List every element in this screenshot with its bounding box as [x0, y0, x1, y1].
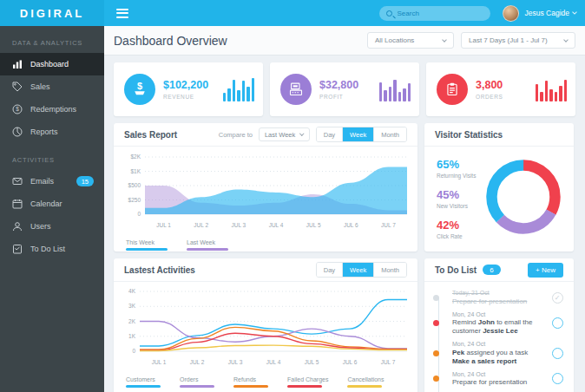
stat-card-orders: 3,800ORDERS — [426, 62, 575, 116]
sales-range-tabs: DayWeekMonth — [316, 127, 407, 142]
visitor-stat: 42%Click Rate — [437, 219, 476, 239]
svg-text:$1K: $1K — [130, 168, 141, 174]
stats-row: $$102,200REVENUE$32,800PROFIT3,800ORDERS — [114, 62, 575, 116]
spark-bar — [233, 80, 236, 101]
svg-text:0: 0 — [132, 348, 135, 354]
todo-checkbox[interactable]: ✓ — [552, 292, 563, 304]
activities-legend: CustomersOrdersRefundsFailed ChargesCanc… — [114, 374, 417, 388]
todo-card: To Do List 6 + New Today, 21 OctPrepare … — [424, 258, 574, 392]
date-range-select[interactable]: Last 7 Days (Jul 1 - Jul 7) — [461, 32, 575, 49]
activities-tab-week[interactable]: Week — [343, 263, 374, 277]
svg-text:JUL 2: JUL 2 — [190, 359, 205, 365]
todo-item-date: Today, 21 Oct — [452, 290, 546, 296]
todo-item-text: Mon, 24 OctRemind John to email the cust… — [452, 311, 546, 336]
clipboard-icon — [12, 244, 23, 254]
stat-text: 3,800ORDERS — [476, 79, 503, 100]
visitor-stat-value: 45% — [437, 188, 476, 201]
legend-swatch — [347, 385, 382, 388]
sidebar-item-dashboard[interactable]: Dashboard — [0, 53, 104, 75]
stat-text: $102,200REVENUE — [163, 79, 208, 100]
spark-bar — [242, 81, 246, 101]
svg-text:JUL 4: JUL 4 — [266, 359, 281, 365]
legend-item: Refunds — [233, 376, 268, 388]
svg-text:JUL 5: JUL 5 — [305, 359, 319, 365]
activities-tab-day[interactable]: Day — [317, 263, 343, 277]
todo-item-description: Prepare for presentation — [452, 297, 546, 306]
new-todo-button[interactable]: + New — [528, 263, 563, 278]
spark-bar — [393, 80, 397, 101]
stat-sparkline — [536, 77, 568, 101]
latest-activities-card: Lastest Activities DayWeekMonth 4K3K2K1K… — [114, 258, 417, 392]
sidebar-item-reports[interactable]: Reports — [0, 121, 104, 143]
visitor-stat: 65%Returning Visits — [437, 158, 476, 179]
chevron-down-icon — [442, 37, 447, 42]
spark-bar — [237, 90, 240, 101]
topbar: DIGIRAL Jesus Cagide — [0, 0, 585, 26]
todo-item-description: Remind John to email the customer Jessie… — [452, 318, 546, 336]
sidebar-item-to-do-list[interactable]: To Do List — [0, 238, 104, 260]
location-filter-value: All Locations — [375, 36, 414, 44]
todo-item-description: Pek assigned you a task Make a sales rep… — [452, 349, 546, 366]
svg-text:$500: $500 — [128, 182, 141, 188]
date-range-value: Last 7 Days (Jul 1 - Jul 7) — [469, 36, 548, 44]
activities-tab-month[interactable]: Month — [374, 263, 406, 277]
compare-to-label: Compare to — [219, 131, 253, 139]
sidebar-item-users[interactable]: Users — [0, 215, 104, 238]
todo-checkbox[interactable] — [552, 373, 563, 384]
dollar-circle-icon: $ — [12, 104, 23, 114]
visitor-donut-box — [482, 155, 565, 242]
orders-icon — [437, 74, 468, 105]
search-input[interactable] — [397, 10, 475, 17]
spark-bar — [223, 93, 227, 101]
sidebar-item-redemptions[interactable]: $Redemptions — [0, 98, 104, 121]
spark-bar — [545, 81, 549, 101]
todo-item-description: Prepare for presentation — [452, 378, 546, 387]
legend-label: Customers — [126, 376, 161, 382]
stat-label: ORDERS — [476, 94, 503, 100]
svg-text:JUL 4: JUL 4 — [269, 222, 284, 228]
sidebar-item-emails[interactable]: Emails15 — [0, 170, 104, 193]
legend-item: Last Week — [187, 239, 228, 251]
sidebar-item-label: Dashboard — [30, 60, 69, 69]
visitor-stat-value: 65% — [437, 158, 476, 171]
svg-text:JUL 7: JUL 7 — [381, 359, 396, 365]
sales-report-legend: This WeekLast Week — [114, 237, 417, 251]
compare-to-select[interactable]: Last Week — [259, 127, 310, 141]
spark-bar — [379, 82, 383, 101]
sidebar-section-label: ACTIVITIES — [0, 143, 104, 170]
page-header: Dashboard Overview All Locations Last 7 … — [104, 26, 585, 56]
sidebar: DATA & ANALYTICSDashboardSales$Redemptio… — [0, 26, 104, 392]
todo-checkbox[interactable] — [552, 348, 563, 359]
legend-swatch — [187, 248, 228, 251]
todo-item: Today, 21 OctPrepare for presentation✓ — [424, 287, 574, 309]
sales-tab-week[interactable]: Week — [343, 127, 374, 141]
sidebar-item-sales[interactable]: Sales — [0, 75, 104, 98]
sales-tab-day[interactable]: Day — [317, 127, 343, 141]
svg-text:1K: 1K — [128, 333, 136, 339]
svg-text:$2K: $2K — [130, 154, 141, 160]
menu-icon[interactable] — [116, 9, 128, 18]
legend-swatch — [180, 385, 214, 388]
legend-label: This Week — [126, 239, 168, 245]
compare-to-value: Last Week — [265, 131, 295, 139]
activities-chart: 4K3K2K1K0JUL 1JUL 2JUL 3JUL 4JUL 5JUL 6J… — [121, 285, 411, 370]
search-box[interactable] — [379, 6, 490, 21]
tag-icon — [12, 82, 23, 92]
sidebar-item-calendar[interactable]: Calendar — [0, 193, 104, 215]
user-name: Jesus Cagide — [524, 9, 569, 17]
content: $$102,200REVENUE$32,800PROFIT3,800ORDERS… — [104, 56, 585, 389]
visitor-stat-value: 42% — [437, 219, 476, 232]
emails-count-badge: 15 — [76, 176, 94, 186]
chevron-down-icon — [572, 10, 577, 15]
location-filter-select[interactable]: All Locations — [367, 32, 454, 49]
user-menu[interactable]: Jesus Cagide — [503, 5, 576, 22]
sales-tab-month[interactable]: Month — [374, 127, 406, 141]
visitor-stat: 45%New Visitors — [437, 188, 476, 209]
visitor-stat-label: Returning Visits — [437, 173, 476, 179]
spark-bar — [540, 92, 543, 101]
svg-text:JUL 2: JUL 2 — [194, 222, 208, 228]
todo-checkbox[interactable] — [552, 317, 563, 329]
legend-item: This Week — [126, 239, 168, 251]
revenue-icon: $ — [124, 74, 155, 105]
legend-label: Failed Charges — [287, 376, 328, 382]
